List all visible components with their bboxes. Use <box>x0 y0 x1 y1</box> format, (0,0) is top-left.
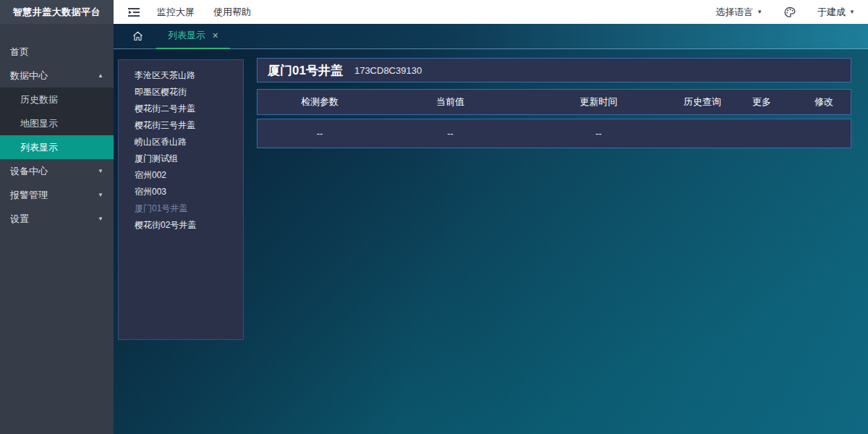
sidebar-item-label: 设置 <box>10 213 29 226</box>
sidebar-item-label: 报警管理 <box>10 189 48 202</box>
data-center-submenu: 历史数据 地图显示 列表显示 <box>0 88 114 159</box>
chevron-down-icon: ▼ <box>98 168 103 174</box>
device-list-item-selected[interactable]: 厦门01号井盖 <box>135 200 243 217</box>
language-selector[interactable]: 选择语言 ▼ <box>715 6 762 19</box>
chevron-down-icon: ▼ <box>98 216 103 222</box>
sidebar-item-settings[interactable]: 设置 ▼ <box>0 207 114 231</box>
device-list-item[interactable]: 宿州003 <box>135 184 243 200</box>
column-header-modify: 修改 <box>797 95 851 109</box>
sidebar-item-device-center[interactable]: 设备中心 ▼ <box>0 159 114 183</box>
tab-list-display[interactable]: 列表显示 ✕ <box>156 24 230 49</box>
device-list-item[interactable]: 樱花街三号井盖 <box>135 117 243 134</box>
column-header-more: 更多 <box>726 95 797 109</box>
main-content: 李沧区天茶山路 即墨区樱花街 樱花街二号井盖 樱花街三号井盖 崂山区香山路 厦门… <box>114 49 868 434</box>
nav-help[interactable]: 使用帮助 <box>213 6 251 19</box>
chevron-down-icon: ▼ <box>98 192 103 198</box>
device-list-item[interactable]: 厦门测试组 <box>135 150 243 167</box>
palette-icon <box>784 7 796 18</box>
detail-column: 厦门01号井盖 173CD8C39130 检测参数 当前值 更新时间 历史查询 … <box>257 58 851 148</box>
chevron-down-icon: ▼ <box>849 9 855 15</box>
sidebar-item-label: 历史数据 <box>20 93 58 106</box>
sidebar-item-label: 地图显示 <box>20 117 58 130</box>
device-title: 厦门01号井盖 <box>268 62 343 79</box>
topbar: 智慧井盖大数据平台 监控大屏 使用帮助 选择语言 ▼ 于建成 <box>0 0 868 24</box>
sidebar-item-label: 数据中心 <box>10 69 48 82</box>
cell-update-time: -- <box>519 128 678 139</box>
sidebar-item-data-center[interactable]: 数据中心 ▲ <box>0 64 114 88</box>
device-list-item[interactable]: 即墨区樱花街 <box>135 84 243 101</box>
device-list-item[interactable]: 宿州002 <box>135 167 243 184</box>
tabbar: 列表显示 ✕ <box>114 24 868 49</box>
sidebar-item-home[interactable]: 首页 <box>0 40 114 64</box>
language-label: 选择语言 <box>715 6 753 19</box>
close-icon[interactable]: ✕ <box>212 32 218 40</box>
cell-current-value: -- <box>382 128 519 139</box>
device-list-item[interactable]: 樱花街二号井盖 <box>135 101 243 117</box>
topbar-right: 选择语言 ▼ 于建成 ▼ <box>715 6 868 19</box>
username: 于建成 <box>817 6 846 19</box>
app-title: 智慧井盖大数据平台 <box>0 0 114 24</box>
theme-button[interactable] <box>784 7 796 18</box>
device-list-panel: 李沧区天茶山路 即墨区樱花街 樱花街二号井盖 樱花街三号井盖 崂山区香山路 厦门… <box>118 59 244 340</box>
sidebar: 首页 数据中心 ▲ 历史数据 地图显示 列表显示 设备中心 ▼ 报警管理 ▼ 设… <box>0 24 114 434</box>
sidebar-item-label: 列表显示 <box>20 141 58 154</box>
sidebar-item-history-data[interactable]: 历史数据 <box>0 88 114 111</box>
home-tab-button[interactable] <box>132 31 143 41</box>
device-list-item[interactable]: 李沧区天茶山路 <box>135 67 243 84</box>
sidebar-item-list-display[interactable]: 列表显示 <box>0 135 114 159</box>
device-code: 173CD8C39130 <box>354 65 422 76</box>
sidebar-collapse-button[interactable] <box>128 7 140 17</box>
table-header-row: 检测参数 当前值 更新时间 历史查询 更多 修改 <box>257 89 851 115</box>
device-title-panel: 厦门01号井盖 173CD8C39130 <box>257 58 851 82</box>
column-header-current-value: 当前值 <box>382 95 519 109</box>
home-icon <box>132 31 143 41</box>
menu-fold-icon <box>128 7 140 17</box>
table-row: -- -- -- <box>257 119 851 148</box>
device-list-item[interactable]: 崂山区香山路 <box>135 134 243 150</box>
column-header-param: 检测参数 <box>258 95 382 109</box>
column-header-update-time: 更新时间 <box>519 95 678 109</box>
sidebar-item-alarm-management[interactable]: 报警管理 ▼ <box>0 183 114 207</box>
sidebar-item-map-display[interactable]: 地图显示 <box>0 111 114 135</box>
user-menu[interactable]: 于建成 ▼ <box>817 6 855 19</box>
cell-param: -- <box>258 128 382 139</box>
chevron-up-icon: ▲ <box>98 72 103 79</box>
top-navigation: 监控大屏 使用帮助 <box>157 6 251 19</box>
sidebar-item-label: 设备中心 <box>10 165 48 178</box>
chevron-down-icon: ▼ <box>757 9 762 15</box>
device-list-item[interactable]: 樱花街02号井盖 <box>135 217 243 234</box>
sidebar-menu: 首页 数据中心 ▲ 历史数据 地图显示 列表显示 设备中心 ▼ 报警管理 ▼ 设… <box>0 24 114 231</box>
column-header-history-query: 历史查询 <box>678 95 726 109</box>
tab-label: 列表显示 <box>168 29 205 42</box>
nav-monitor-screen[interactable]: 监控大屏 <box>157 6 195 19</box>
sidebar-item-label: 首页 <box>10 46 29 59</box>
